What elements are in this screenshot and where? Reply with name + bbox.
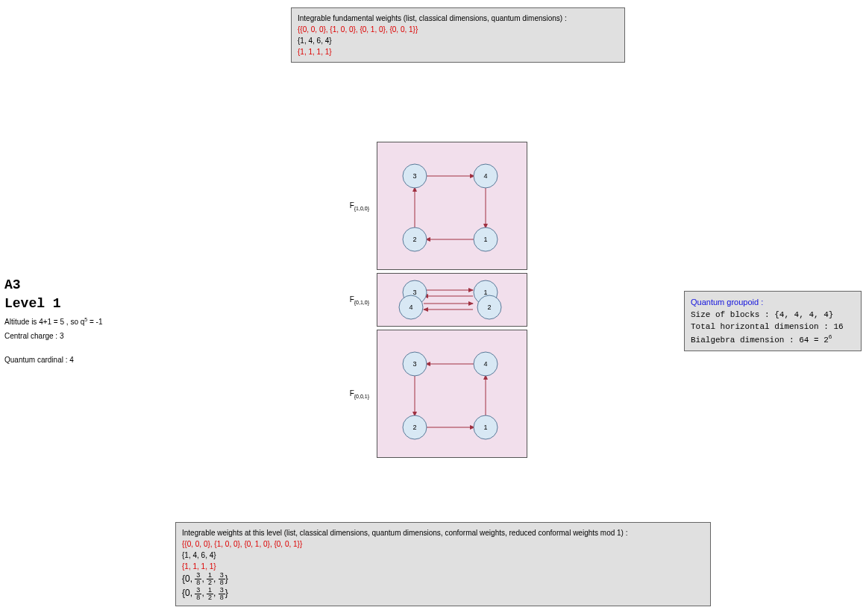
fusion-graphs: F{1,0,0} 3 4 2 1 F{0,1,0} 3 1 4 2 (339, 142, 527, 458)
qg-bialg: Bialgebra dimension : 64 = 26 (691, 333, 855, 346)
iw-quantum-dims: {1, 1, 1, 1} (182, 561, 704, 572)
level-label: Level 1 (4, 295, 103, 313)
graph-label-3: F{0,0,1} (339, 389, 369, 399)
svg-text:3: 3 (412, 289, 416, 296)
iw-list: {{0, 0, 0}, {1, 0, 0}, {0, 1, 0}, {0, 0,… (182, 538, 704, 550)
svg-text:2: 2 (412, 236, 416, 243)
graph-label-1: F{1,0,0} (339, 201, 369, 211)
graph-svg-1: 3 4 2 1 (377, 142, 527, 269)
graph-svg-2: 3 1 4 2 (377, 274, 527, 326)
fw-title: Integrable fundamental weights (list, cl… (298, 13, 618, 24)
svg-text:3: 3 (412, 360, 416, 368)
svg-text:2: 2 (487, 304, 491, 311)
svg-text:4: 4 (483, 360, 487, 368)
fw-quantum-dims: {1, 1, 1, 1} (298, 46, 618, 57)
svg-text:1: 1 (483, 424, 487, 431)
graph-row-2: F{0,1,0} 3 1 4 2 (339, 273, 527, 327)
graph-svg-3: 3 4 2 1 (377, 330, 527, 457)
qg-blocks: Size of blocks : {4, 4, 4, 4} (691, 309, 855, 321)
central-charge: Central charge : 3 (4, 331, 103, 342)
svg-text:1: 1 (483, 289, 487, 296)
algebra-name: A3 (4, 276, 103, 295)
iw-title: Integrable weights at this level (list, … (182, 527, 704, 538)
qg-horiz: Total horizontal dimension : 16 (691, 321, 855, 333)
graph-label-2: F{0,1,0} (339, 295, 369, 305)
fundamental-weights-box: Integrable fundamental weights (list, cl… (291, 7, 625, 63)
iw-conformal-weights: {0, 38, 12, 38} (182, 572, 704, 586)
svg-text:4: 4 (483, 172, 487, 180)
qg-title: Quantum groupoid : (691, 296, 855, 309)
fw-list: {{0, 0, 0}, {1, 0, 0}, {0, 1, 0}, {0, 0,… (298, 24, 618, 35)
svg-text:4: 4 (409, 304, 412, 311)
integrable-weights-box: Integrable weights at this level (list, … (175, 522, 711, 606)
graph-row-3: F{0,0,1} 3 4 2 1 (339, 330, 527, 458)
svg-text:2: 2 (412, 424, 416, 431)
svg-text:3: 3 (412, 172, 416, 180)
svg-text:1: 1 (483, 236, 487, 243)
iw-reduced-conformal-weights: {0, 38, 12, 38} (182, 586, 704, 600)
quantum-groupoid-box: Quantum groupoid : Size of blocks : {4, … (684, 291, 862, 351)
altitude-line: Altitude is 4+1 = 5 , so q5 = -1 (4, 316, 103, 327)
graph-row-1: F{1,0,0} 3 4 2 1 (339, 142, 527, 270)
fw-classical-dims: {1, 4, 6, 4} (298, 35, 618, 46)
quantum-cardinal: Quantum cardinal : 4 (4, 355, 103, 365)
iw-classical-dims: {1, 4, 6, 4} (182, 550, 704, 561)
summary-panel: A3 Level 1 Altitude is 4+1 = 5 , so q5 =… (4, 276, 103, 368)
